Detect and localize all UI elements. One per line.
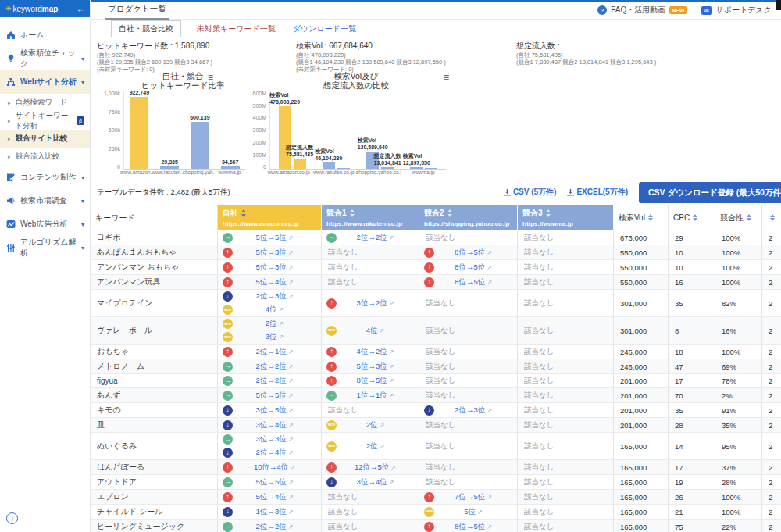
rank-link[interactable]: 10位→4位 — [254, 462, 288, 471]
external-link-icon[interactable]: ↗ — [288, 436, 294, 443]
external-link-icon[interactable]: ↗ — [288, 279, 294, 286]
hamburger-icon[interactable]: ≡ — [208, 73, 213, 82]
rank-link[interactable]: 8位→5位 — [455, 522, 485, 530]
rank-link[interactable]: 12位→5位 — [355, 462, 389, 471]
external-link-icon[interactable]: ↗ — [288, 422, 294, 429]
external-link-icon[interactable]: ↗ — [380, 422, 385, 429]
rank-link[interactable]: 5位→5位 — [256, 477, 287, 486]
external-link-icon[interactable]: ↗ — [390, 464, 396, 471]
rank-link[interactable]: 2位 — [366, 441, 378, 450]
external-link-icon[interactable]: ↗ — [288, 479, 294, 486]
rank-link[interactable]: 2位→4位 — [256, 448, 287, 456]
external-link-icon[interactable]: ↗ — [288, 523, 294, 530]
rank-link[interactable]: 4位→2位 — [357, 347, 387, 355]
sidebar-item-4[interactable]: ▸サイトキーワード分析β — [0, 112, 90, 130]
support-desk-link[interactable]: サポートデスク — [716, 5, 772, 16]
rank-link[interactable]: 3位 — [266, 332, 277, 341]
sort-icon[interactable] — [693, 214, 697, 222]
sort-icon[interactable] — [648, 214, 653, 222]
rank-link[interactable]: 2位 — [266, 319, 277, 327]
external-link-icon[interactable]: ↗ — [487, 264, 492, 271]
external-link-icon[interactable]: ↗ — [487, 494, 492, 501]
rank-link[interactable]: 5位→3位 — [256, 248, 287, 256]
external-link-icon[interactable]: ↗ — [389, 392, 394, 399]
rank-link[interactable]: 2位→2位 — [256, 362, 287, 370]
sidebar-item-0[interactable]: ホーム — [0, 23, 90, 47]
rank-link[interactable]: 4位 — [266, 305, 277, 313]
sidebar-item-2[interactable]: Webサイト分析▾ — [0, 70, 90, 94]
rank-link[interactable]: 2位→3位 — [455, 405, 485, 414]
external-link-icon[interactable]: ↗ — [288, 377, 294, 384]
sort-icon[interactable] — [747, 214, 751, 222]
external-link-icon[interactable]: ↗ — [288, 363, 294, 370]
sort-icon[interactable] — [241, 209, 246, 217]
external-link-icon[interactable]: ↗ — [288, 407, 294, 414]
rank-link[interactable]: 3位→4位 — [256, 420, 287, 429]
rank-link[interactable]: 8位→5位 — [455, 277, 485, 286]
external-link-icon[interactable]: ↗ — [389, 348, 394, 355]
info-icon[interactable]: i — [6, 512, 18, 524]
external-link-icon[interactable]: ↗ — [288, 392, 294, 399]
sidebar-item-9[interactable]: Web広告分析▾ — [0, 212, 90, 236]
rank-link[interactable]: 5位→5位 — [256, 391, 287, 399]
rank-link[interactable]: 2位→2位 — [256, 522, 287, 530]
external-link-icon[interactable]: ↗ — [380, 443, 385, 450]
external-link-icon[interactable]: ↗ — [389, 479, 394, 486]
rank-link[interactable]: 2位→1位 — [256, 347, 287, 355]
external-link-icon[interactable]: ↗ — [288, 509, 294, 516]
csv-download-link[interactable]: CSV (5万件) — [504, 187, 557, 198]
external-link-icon[interactable]: ↗ — [288, 249, 294, 256]
rank-link[interactable]: 5位→3位 — [256, 262, 287, 271]
rank-link[interactable]: 5位→3位 — [357, 362, 387, 370]
external-link-icon[interactable]: ↗ — [380, 327, 385, 334]
rank-link[interactable]: 2位→2位 — [256, 376, 287, 384]
csv-register-button[interactable]: CSV ダウンロード登録 (最大50万件) — [639, 182, 781, 203]
tab-0[interactable]: 自社・競合比較 — [111, 20, 181, 37]
rank-link[interactable]: 5位→4位 — [256, 277, 287, 286]
rank-link[interactable]: 5位 — [464, 507, 476, 516]
external-link-icon[interactable]: ↗ — [487, 279, 492, 286]
rank-link[interactable]: 3位→2位 — [357, 298, 387, 307]
rank-link[interactable]: 5位→5位 — [256, 233, 287, 241]
rank-link[interactable]: 1位→1位 — [357, 391, 387, 399]
external-link-icon[interactable]: ↗ — [288, 293, 294, 300]
external-link-icon[interactable]: ↗ — [389, 300, 394, 307]
sidebar-item-3[interactable]: ▸自然検索ワード — [0, 94, 90, 112]
rank-link[interactable]: 2位→3位 — [256, 291, 287, 300]
rank-link[interactable]: 3位→5位 — [256, 405, 287, 414]
external-link-icon[interactable]: ↗ — [389, 363, 394, 370]
tab-1[interactable]: 未対策キーワード一覧 — [195, 21, 277, 37]
page-tab-product-list[interactable]: プロダクト一覧 — [105, 1, 169, 20]
rank-link[interactable]: 5位→4位 — [256, 492, 287, 501]
rank-link[interactable]: 4位 — [366, 326, 378, 334]
collapse-sidebar-arrow-icon[interactable]: ← — [77, 5, 84, 13]
rank-link[interactable]: 1位→3位 — [256, 507, 287, 516]
sidebar-item-5[interactable]: ▸競合サイト比較 — [0, 130, 90, 148]
hamburger-icon[interactable]: ≡ — [444, 73, 449, 82]
sort-icon[interactable] — [448, 209, 452, 217]
external-link-icon[interactable]: ↗ — [288, 494, 294, 501]
sidebar-item-1[interactable]: 検索順位チェック▾ — [0, 47, 90, 70]
rank-link[interactable]: 2位 — [366, 420, 378, 429]
rank-link[interactable]: 3位→4位 — [357, 477, 387, 486]
external-link-icon[interactable]: ↗ — [288, 264, 294, 271]
external-link-icon[interactable]: ↗ — [290, 464, 295, 471]
external-link-icon[interactable]: ↗ — [279, 320, 284, 327]
rank-link[interactable]: 8位→5位 — [357, 376, 387, 384]
sidebar-item-8[interactable]: 検索市場調査▾ — [0, 189, 90, 212]
sort-icon[interactable] — [770, 214, 775, 222]
external-link-icon[interactable]: ↗ — [487, 523, 492, 530]
sort-icon[interactable] — [350, 209, 355, 217]
tab-2[interactable]: ダウンロード一覧 — [291, 21, 358, 37]
rank-link[interactable]: 2位→2位 — [357, 233, 387, 241]
external-link-icon[interactable]: ↗ — [288, 449, 294, 456]
sidebar-item-6[interactable]: ▸競合流入比較 — [0, 148, 90, 166]
sidebar-item-7[interactable]: コンテンツ制作▾ — [0, 166, 90, 189]
excel-download-link[interactable]: EXCEL(5万件) — [567, 187, 628, 198]
external-link-icon[interactable]: ↗ — [487, 407, 492, 414]
rank-link[interactable]: 7位→5位 — [455, 492, 485, 501]
external-link-icon[interactable]: ↗ — [279, 306, 284, 313]
external-link-icon[interactable]: ↗ — [279, 334, 284, 341]
rank-link[interactable]: 3位→3位 — [256, 434, 287, 443]
rank-link[interactable]: 8位→5位 — [455, 248, 485, 256]
